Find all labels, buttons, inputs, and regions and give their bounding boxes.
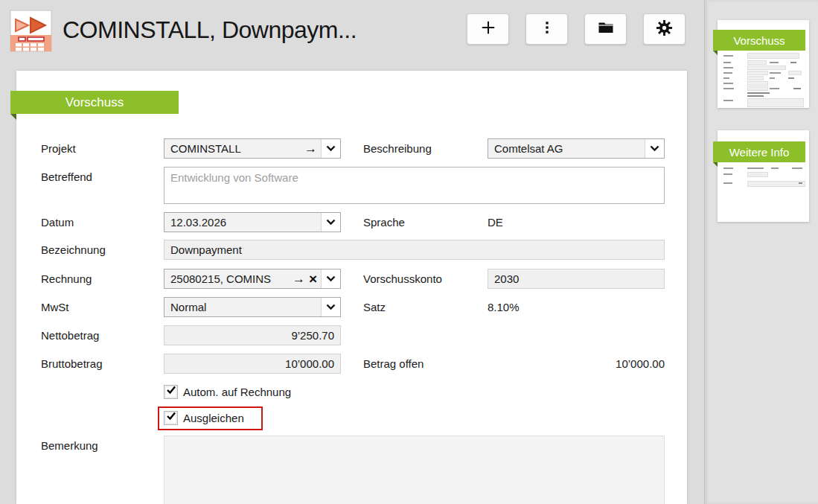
goto-arrow-icon[interactable]: →	[304, 139, 321, 158]
rechnung-combobox[interactable]: 25080215, COMINS → ×	[164, 269, 341, 289]
autom-auf-rechnung-label: Autom. auf Rechnung	[183, 384, 291, 400]
more-actions-button[interactable]	[525, 13, 568, 45]
chevron-down-icon[interactable]	[321, 213, 340, 232]
betrag-offen-label: Betrag offen	[363, 354, 424, 374]
sprache-label: Sprache	[363, 212, 405, 232]
betreffend-textarea[interactable]	[164, 167, 665, 204]
plus-icon	[480, 19, 496, 39]
satz-label: Satz	[363, 297, 386, 317]
clear-icon[interactable]: ×	[309, 269, 321, 288]
thumbnail-vorschuss[interactable]: Vorschuss	[718, 20, 809, 108]
section-header-vorschuss: Vorschuss	[10, 91, 179, 114]
section-header-fold	[10, 114, 16, 120]
thumbnail-fold	[713, 51, 718, 55]
autom-auf-rechnung-checkbox[interactable]	[164, 385, 178, 399]
satz-value: 8.10%	[488, 297, 520, 317]
form-card: Projekt COMINSTALL → Beschreibung Comtel…	[16, 71, 687, 504]
bezeichnung-label: Bezeichnung	[41, 240, 106, 260]
bemerkung-textarea[interactable]	[164, 436, 665, 504]
checkmark-icon	[165, 384, 177, 396]
vorschusskonto-input[interactable]	[488, 269, 665, 289]
thumbnail-weitere-info-banner[interactable]: Weitere Info	[713, 141, 805, 162]
sprache-value: DE	[488, 212, 503, 232]
chevron-down-icon[interactable]	[321, 298, 340, 316]
gear-icon	[656, 19, 673, 39]
bruttobetrag-input[interactable]	[164, 354, 341, 374]
chevron-down-icon[interactable]	[321, 139, 340, 158]
folder-icon	[597, 19, 615, 39]
rechnung-value[interactable]: 25080215, COMINS	[164, 269, 293, 288]
app-icon	[10, 10, 52, 52]
thumbnail-vorschuss-banner[interactable]: Vorschuss	[713, 30, 805, 51]
thumbnail-weitere-info[interactable]: Weitere Info	[718, 130, 809, 222]
thumbnail-fold	[713, 162, 718, 167]
chevron-down-icon[interactable]	[321, 269, 340, 288]
datum-label: Datum	[41, 212, 74, 232]
mwst-value[interactable]: Normal	[164, 298, 321, 316]
kebab-menu-icon	[539, 19, 555, 39]
ausgleichen-checkbox[interactable]	[164, 411, 178, 425]
beschreibung-value[interactable]: Comtelsat AG	[488, 139, 645, 158]
page-title: COMINSTALL, Downpaym...	[63, 16, 357, 44]
settings-button[interactable]	[643, 13, 686, 45]
open-folder-button[interactable]	[584, 13, 627, 45]
ausgleichen-label: Ausgleichen	[183, 410, 244, 426]
datum-combobox[interactable]: 12.03.2026	[164, 212, 341, 232]
betrag-offen-value: 10’000.00	[488, 354, 665, 374]
mwst-label: MwSt	[41, 297, 69, 317]
vorschusskonto-label: Vorschusskonto	[363, 269, 442, 289]
rechnung-label: Rechnung	[41, 269, 92, 289]
bruttobetrag-label: Bruttobetrag	[41, 354, 103, 374]
bezeichnung-input[interactable]	[164, 240, 665, 260]
bemerkung-label: Bemerkung	[41, 436, 98, 456]
beschreibung-label: Beschreibung	[363, 138, 432, 159]
nettobetrag-input[interactable]	[164, 325, 341, 345]
beschreibung-combobox[interactable]: Comtelsat AG	[488, 138, 665, 159]
betreffend-label: Betreffend	[41, 167, 92, 187]
datum-value[interactable]: 12.03.2026	[164, 213, 321, 232]
nettobetrag-label: Nettobetrag	[41, 325, 99, 345]
app-window: COMINSTALL, Downpaym...	[0, 0, 818, 504]
projekt-value[interactable]: COMINSTALL	[164, 139, 304, 158]
goto-arrow-icon[interactable]: →	[293, 269, 309, 288]
mwst-combobox[interactable]: Normal	[164, 297, 341, 317]
chevron-down-icon[interactable]	[645, 139, 664, 158]
checkmark-icon	[165, 410, 177, 422]
page-thumbnails-sidebar: Vorschuss Weitere Info	[704, 0, 818, 504]
projekt-label: Projekt	[41, 138, 76, 159]
add-button[interactable]	[467, 13, 509, 45]
projekt-combobox[interactable]: COMINSTALL →	[164, 138, 341, 159]
